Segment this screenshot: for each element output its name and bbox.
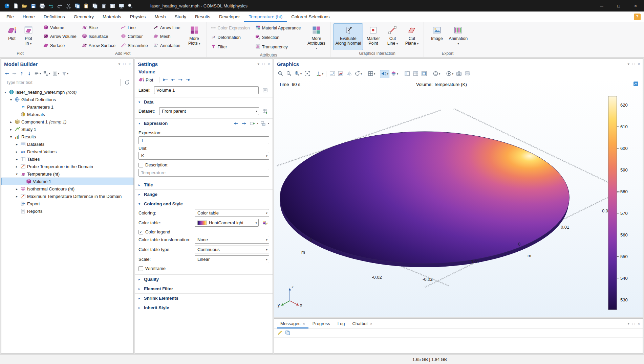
section-quality-header[interactable]: ▸Quality [135, 275, 273, 284]
show-columns-button[interactable]: ▾ [52, 71, 59, 76]
print-button[interactable] [463, 70, 471, 78]
table-icon[interactable] [108, 2, 116, 10]
chevron-right-icon[interactable]: ▸ [15, 187, 19, 191]
chevron-down-icon[interactable]: ▾ [15, 172, 19, 176]
show-table-button[interactable] [411, 70, 420, 78]
tree-item-tables[interactable]: ▸Tables [1, 155, 133, 163]
comsol-logo-icon[interactable] [3, 2, 11, 10]
color-legend-checkbox[interactable] [138, 230, 143, 234]
label-input[interactable] [154, 86, 259, 94]
transparency-button[interactable]: Transparency [254, 42, 304, 52]
tree-item-volume-1[interactable]: Volume 1 [1, 178, 133, 185]
plot-area[interactable]: Time=60 s Volume: Temperature (K) 0m-0.0… [274, 79, 643, 317]
refresh-icon[interactable] [123, 78, 131, 86]
description-input[interactable] [138, 169, 269, 177]
dataset-actions-button[interactable] [261, 107, 269, 115]
open-file-icon[interactable] [20, 2, 28, 10]
arrow-surface-button[interactable]: Arrow Surface [81, 41, 119, 50]
coloring-select[interactable]: Color table ▾ [195, 209, 269, 217]
zoom-box-button[interactable]: ▾ [293, 70, 303, 78]
tab-messages[interactable]: Messages× [277, 319, 308, 328]
expression-input[interactable] [138, 136, 269, 144]
plot-previous-button[interactable] [170, 76, 176, 83]
description-checkbox[interactable] [138, 163, 143, 167]
scene-options-button[interactable]: ▾ [367, 70, 376, 78]
evaluate-on-axis-button[interactable] [328, 70, 336, 78]
tree-item-global-definitions[interactable]: ▾Global Definitions [1, 96, 133, 103]
pointer-icon[interactable] [278, 330, 283, 336]
chevron-right-icon[interactable]: ▸ [9, 128, 13, 131]
chevron-right-icon[interactable]: ▸ [9, 120, 13, 124]
go-to-default-view-button[interactable]: ▾ [315, 70, 324, 78]
color-expression-button[interactable]: Color Expression [210, 23, 253, 33]
search-icon[interactable] [126, 2, 134, 10]
tree-item-isothermal-contours-ht[interactable]: ▸Isothermal Contours (ht) [1, 185, 133, 192]
save-icon[interactable] [29, 2, 37, 10]
tab-log[interactable]: Log [334, 319, 348, 328]
section-shrink-elements-header[interactable]: ▸Shrink Elements [135, 294, 273, 303]
redo-icon[interactable] [56, 2, 64, 10]
panel-menu-icon[interactable]: ▾ [257, 62, 259, 66]
model-tree-node-text-button[interactable]: ▾ [34, 71, 41, 76]
show-frame-button[interactable] [420, 70, 428, 78]
close-tab-icon[interactable]: × [303, 322, 305, 326]
chevron-right-icon[interactable]: ▸ [15, 165, 19, 168]
section-inherit-style-header[interactable]: ▸Inherit Style [135, 303, 273, 312]
tree-filter-input[interactable] [4, 79, 121, 86]
panel-float-icon[interactable]: □ [123, 62, 126, 66]
panel-menu-icon[interactable]: ▾ [627, 321, 629, 326]
tree-item-maximum-temperature-difference-in-the-domain[interactable]: ▸Maximum Temperature Difference in the D… [1, 192, 133, 200]
chevron-down-icon[interactable]: ▾ [3, 90, 7, 94]
panel-menu-icon[interactable]: ▾ [118, 62, 120, 66]
tab-mesh[interactable]: Mesh [150, 12, 170, 22]
forward-button[interactable] [12, 71, 17, 76]
tree-item-reports[interactable]: Reports [1, 207, 133, 215]
section-coloring-header[interactable]: ▾ Coloring and Style [135, 199, 273, 208]
scale-select[interactable]: Linear ▾ [195, 255, 269, 263]
expand-collapse-button[interactable]: ▾ [43, 71, 50, 76]
streamline-button[interactable]: Streamline [120, 41, 151, 50]
panel-close-icon[interactable]: × [129, 62, 131, 66]
undo-icon[interactable] [47, 2, 55, 10]
replace-expression-icon[interactable] [260, 120, 266, 127]
isosurface-button[interactable]: Isosurface [81, 32, 119, 41]
tree-item-materials[interactable]: Materials [1, 111, 133, 118]
color-table-transformation-select[interactable]: None ▾ [195, 236, 269, 244]
help-icon[interactable]: ? [634, 14, 641, 20]
tab-physics[interactable]: Physics [126, 12, 150, 22]
chevron-down-icon[interactable]: ▾ [9, 135, 13, 139]
evaluate-2d-button[interactable] [337, 70, 345, 78]
color-table-select[interactable]: HeatCameraLight ▾ [195, 219, 259, 227]
panel-close-icon[interactable]: × [638, 62, 640, 66]
section-title-header[interactable]: ▸Title [135, 180, 273, 189]
filter-tree-button[interactable]: ▾ [62, 71, 68, 76]
color-options-button[interactable]: ▾ [390, 70, 399, 78]
color-table-edit-button[interactable] [261, 219, 269, 227]
rename-icon[interactable] [261, 86, 269, 94]
material-appearance-button[interactable]: Material Appearance [254, 23, 304, 33]
tree-item-export[interactable]: Export [1, 200, 133, 207]
tab-progress[interactable]: Progress [309, 319, 334, 328]
chevron-right-icon[interactable]: ▸ [15, 150, 19, 154]
delete-icon[interactable] [100, 2, 108, 10]
plot-button[interactable]: Plot [138, 77, 153, 83]
mesh-button[interactable]: Mesh [152, 32, 184, 41]
tree-item-probe-temperature-in-the-domain[interactable]: ▸Probe Temperature in the Domain [1, 163, 133, 170]
tab-geometry[interactable]: Geometry [69, 12, 98, 22]
plot-button[interactable]: Plot [4, 23, 20, 50]
tab-home[interactable]: Home [18, 12, 39, 22]
panel-close-icon[interactable]: × [638, 322, 640, 326]
plot-in-button[interactable]: Plot In ▾ [21, 23, 36, 50]
arrow-line-button[interactable]: Arrow Line [152, 23, 184, 32]
marker-point-button[interactable]: Marker Point [364, 23, 382, 50]
zoom-in-button[interactable] [276, 70, 284, 78]
slice-button[interactable]: Slice [81, 23, 119, 32]
panel-float-icon[interactable]: □ [262, 62, 265, 66]
copy-icon[interactable] [73, 2, 81, 10]
tab-colored-selections[interactable]: Colored Selections [287, 12, 334, 22]
arrow-volume-button[interactable]: Arrow Volume [42, 32, 80, 41]
tab-study[interactable]: Study [170, 12, 191, 22]
plot-properties-icon[interactable] [633, 81, 640, 88]
plot-last-button[interactable] [185, 76, 191, 83]
tree-item-derived-values[interactable]: ▸8.5Derived Values [1, 148, 133, 155]
